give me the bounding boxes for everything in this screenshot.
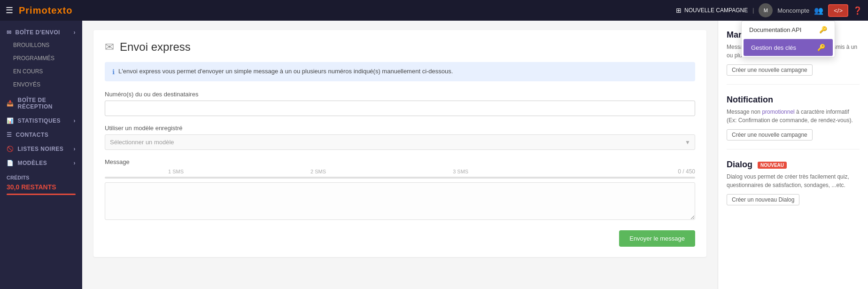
contacts-icon: ☰ (7, 132, 12, 138)
notification-title: Notification (727, 95, 860, 105)
avatar[interactable]: M (759, 3, 773, 17)
help-icon[interactable]: ❓ (853, 6, 862, 15)
sidebar-item-brouillons[interactable]: BROUILLONS (0, 39, 82, 52)
boite-envoi-label: BOÎTE D'ENVOI (16, 29, 60, 36)
dropdown-item-gestion-cles[interactable]: Gestion des clés 🔑 (744, 39, 833, 56)
campaign-card-dialog: Dialog NOUVEAU Dialog vous permet de cré… (727, 160, 860, 214)
campaign-card-notification: Notification Message non promotionnel à … (727, 95, 860, 149)
credits-bar (7, 194, 76, 195)
sidebar-item-boite-reception[interactable]: 📥 BOÎTE DE RÉCEPTION (0, 93, 82, 114)
sidebar-section-boite-envoi: ✉ BOÎTE D'ENVOI › BROUILLONS PROGRAMMÉS … (0, 21, 82, 93)
nouvelle-campagne-label: NOUVELLE CAMPAGNE (684, 7, 748, 14)
sms-markers: 1 SMS 2 SMS 3 SMS (105, 169, 674, 174)
dialog-description: Dialog vous permet de créer très facilem… (727, 172, 860, 189)
logo: Primotexto (19, 5, 72, 16)
stats-icon: 📊 (7, 117, 14, 124)
sidebar-item-envoyes[interactable]: ENVOYÉS (0, 78, 82, 91)
topnav: ☰ Primotexto ⊞ NOUVELLE CAMPAGNE | M Mon… (0, 0, 868, 21)
sidebar-item-statistiques[interactable]: 📊 STATISTIQUES › (0, 114, 82, 128)
credits-label: CRÉDITS (0, 170, 82, 181)
create-dialog-link[interactable]: Créer un nouveau Dialog (727, 194, 799, 205)
key-icon-0: 🔑 (819, 26, 827, 33)
statistiques-label: STATISTIQUES (18, 117, 61, 124)
chevron-icon-modeles: › (74, 160, 76, 166)
message-group: Message 1 SMS 2 SMS 3 SMS 0 / 450 (105, 158, 695, 222)
sidebar-item-listes-noires[interactable]: 🚫 LISTES NOIRES › (0, 142, 82, 156)
sms-marker-3: 3 SMS (389, 169, 532, 174)
listes-noires-icon: 🚫 (7, 146, 14, 152)
topnav-right: ⊞ NOUVELLE CAMPAGNE | M Moncompte 👥 </> … (676, 3, 862, 17)
dropdown-item-documentation[interactable]: Documentation API 🔑 (742, 21, 835, 38)
sidebar-item-boite-envoi[interactable]: ✉ BOÎTE D'ENVOI › (0, 25, 82, 39)
layout: ✉ BOÎTE D'ENVOI › BROUILLONS PROGRAMMÉS … (0, 21, 868, 289)
account-label[interactable]: Moncompte (777, 7, 809, 14)
model-select-wrapper: Sélectionner un modèle ▼ (105, 134, 695, 150)
chevron-icon-listes: › (74, 146, 76, 152)
info-text: L'envoi express vous permet d'envoyer un… (118, 68, 453, 75)
main-content: ✉ Envoi express ℹ L'envoi express vous p… (82, 21, 718, 289)
sidebar-item-contacts[interactable]: ☰ CONTACTS (0, 128, 82, 142)
recipients-label: Numéro(s) du ou des destinataires (105, 91, 695, 98)
inbox-icon: 📥 (7, 100, 14, 107)
hamburger-icon[interactable]: ☰ (6, 5, 13, 16)
right-panel: Marketing Message commercial ou promotio… (718, 21, 868, 289)
send-button[interactable]: Envoyer le message (619, 230, 695, 247)
recipients-group: Numéro(s) du ou des destinataires (105, 91, 695, 116)
info-icon: ℹ (112, 68, 115, 76)
chevron-icon-stats: › (74, 117, 76, 124)
listes-noires-label: LISTES NOIRES (18, 146, 64, 152)
message-label: Message (105, 158, 695, 165)
progress-bar-wrap (105, 177, 695, 179)
key-icon-1: 🔑 (817, 44, 825, 51)
create-notification-link[interactable]: Créer une nouvelle campagne (727, 129, 813, 141)
api-dropdown: Documentation API 🔑 Gestion des clés 🔑 (741, 21, 835, 57)
page-header: ✉ Envoi express (105, 40, 695, 54)
recipients-input[interactable] (105, 101, 695, 116)
model-label: Utiliser un modèle enregistré (105, 125, 695, 132)
info-box: ℹ L'envoi express vous permet d'envoyer … (105, 62, 695, 81)
page-header-icon: ✉ (105, 40, 114, 54)
sms-marker-2: 2 SMS (247, 169, 389, 174)
sms-counter-bar: 1 SMS 2 SMS 3 SMS 0 / 450 (105, 168, 695, 175)
model-select[interactable]: Sélectionner un modèle (105, 134, 695, 150)
create-marketing-link[interactable]: Créer une nouvelle campagne (727, 64, 813, 76)
contacts-label: CONTACTS (16, 132, 49, 138)
boite-reception-label: BOÎTE DE RÉCEPTION (18, 97, 76, 110)
envoi-express-card: ✉ Envoi express ℹ L'envoi express vous p… (93, 30, 706, 257)
people-icon[interactable]: 👥 (814, 6, 823, 15)
envelope-icon: ✉ (7, 29, 12, 36)
page-title: Envoi express (120, 40, 191, 54)
notification-description: Message non promotionnel à caractère inf… (727, 108, 860, 125)
credits-value: 30,0 RESTANTS (0, 181, 82, 192)
sms-count: 0 / 450 (678, 168, 695, 175)
modeles-label: MODÈLES (18, 160, 47, 166)
sidebar-item-programmes[interactable]: PROGRAMMÉS (0, 52, 82, 65)
code-button[interactable]: </> (828, 4, 848, 17)
sidebar: ✉ BOÎTE D'ENVOI › BROUILLONS PROGRAMMÉS … (0, 21, 82, 289)
grid-icon: ⊞ (676, 7, 682, 14)
sidebar-item-modeles[interactable]: 📄 MODÈLES › (0, 156, 82, 170)
modeles-icon: 📄 (7, 160, 14, 166)
sidebar-item-en-cours[interactable]: EN COURS (0, 65, 82, 78)
topnav-left: ☰ Primotexto (6, 5, 72, 16)
nouvelle-campagne-btn[interactable]: ⊞ NOUVELLE CAMPAGNE (676, 7, 748, 14)
badge-nouveau: NOUVEAU (758, 162, 787, 169)
message-textarea[interactable] (105, 182, 695, 220)
sms-marker-1: 1 SMS (105, 169, 247, 174)
notification-link[interactable]: promotionnel (762, 109, 794, 115)
dialog-title: Dialog NOUVEAU (727, 160, 860, 170)
chevron-icon-boite-envoi: › (74, 29, 76, 36)
model-group: Utiliser un modèle enregistré Sélectionn… (105, 125, 695, 150)
sms-marker-end (532, 169, 674, 174)
